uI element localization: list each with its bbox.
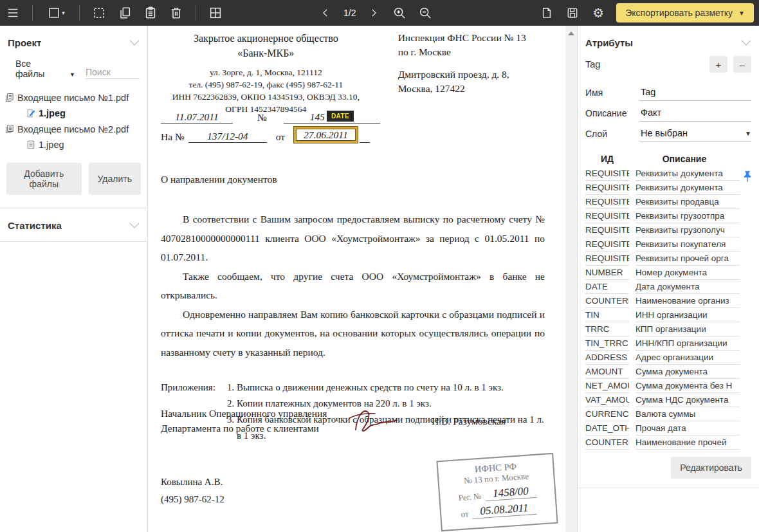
main-area: Проект Все файлы ▼ Входящее письмо №1.pd… [0, 26, 759, 532]
attribute-description: Сумма документа [636, 365, 740, 379]
search-input[interactable] [86, 66, 140, 79]
attribute-table-row[interactable]: DATE Дата документа [585, 280, 751, 294]
project-section-header[interactable]: Проект [0, 26, 147, 53]
contact-block: Ковылина А.В. (495) 987-62-12 [161, 473, 224, 508]
vertical-scrollbar[interactable] [565, 26, 577, 532]
project-sidebar: Проект Все файлы ▼ Входящее письмо №1.pd… [0, 26, 148, 532]
file-name: Входящее письмо №1.pdf [17, 93, 129, 103]
attribute-id: NUMBER [585, 266, 629, 280]
settings-gear-icon[interactable]: ⚙ [590, 5, 607, 21]
attribute-table-row[interactable]: REQUISITES Реквизиты грузоотпра [585, 209, 751, 223]
export-markup-label: Экспортировать разметку [625, 8, 733, 18]
statistics-section-header[interactable]: Статистика [0, 208, 147, 236]
description-input[interactable]: Факт [639, 107, 751, 122]
attribute-table-row[interactable]: ADDRESS Адрес организации [585, 351, 751, 365]
date-annotation-box[interactable]: 27.06.2011 [294, 127, 358, 143]
attributes-section-header[interactable]: Атрибуты [578, 26, 759, 53]
copy-icon[interactable] [116, 5, 133, 21]
toolbar-left-group: ▾ [0, 5, 228, 21]
rectangle-tool-icon[interactable]: ▾ [44, 5, 68, 21]
letterhead: Закрытое акционерное общество «Банк-МКБ»… [156, 31, 556, 115]
filter-caret-icon[interactable]: ▼ [69, 71, 75, 78]
attribute-table-row[interactable]: TIN_TRRC ИНН/КПП организации [585, 336, 751, 351]
attribute-table-row[interactable]: CURRENCY Валюта суммы [585, 407, 751, 421]
edit-row: Редактировать [578, 450, 759, 488]
paste-icon[interactable] [142, 5, 159, 21]
attribute-description: Адрес организации [636, 351, 740, 365]
export-markup-button[interactable]: Экспортировать разметку ▼ [616, 3, 754, 23]
attribute-table-row[interactable]: REQUISITES Реквизиты грузополуч [585, 223, 751, 237]
file-name: Входящее письмо №2.pdf [17, 124, 129, 134]
delete-files-button[interactable]: Удалить [89, 163, 141, 195]
new-file-icon[interactable] [538, 5, 555, 21]
attribute-table-row[interactable]: DATE_OTHI Прочая дата [585, 421, 751, 436]
zoom-out-icon[interactable] [417, 5, 434, 21]
rectangle-tool-caret-icon[interactable]: ▾ [62, 10, 65, 16]
registration-stamp: ИФНС РФ № 13 по г. Москве Рег. № 1458/00… [436, 453, 558, 531]
attribute-description: Номер документа [636, 266, 740, 280]
attribute-table-row[interactable]: VAT_AMOU Сумма НДС документа [585, 393, 751, 407]
toolbar-separator [79, 5, 80, 21]
attribute-id: ADDRESS [585, 351, 629, 365]
scroll-up-arrow-icon[interactable] [568, 32, 574, 35]
attribute-table-row[interactable]: REQUISITES Реквизиты продавца [585, 195, 751, 209]
grid-icon[interactable] [207, 5, 224, 21]
file-filter-dropdown[interactable]: Все файлы [15, 59, 60, 79]
file-tree-item-jpeg2[interactable]: 1.jpeg [0, 137, 147, 152]
add-files-button[interactable]: Добавить файлы [6, 163, 82, 195]
prev-page-icon[interactable] [317, 5, 334, 21]
file-tree: Входящее письмо №1.pdf 1.jpeg Входящее п… [0, 83, 147, 154]
attribute-id: REQUISITES [585, 252, 629, 266]
attribute-description: Валюта суммы [636, 407, 740, 421]
signature-block: Начальник Операционного управления Депар… [161, 404, 535, 437]
save-icon[interactable] [564, 5, 581, 21]
chevron-down-icon[interactable] [129, 40, 140, 46]
menu-icon[interactable] [5, 5, 21, 21]
column-description: Описание [629, 154, 740, 164]
attribute-table-row[interactable]: COUNTERP Наименование организ [585, 294, 751, 308]
marquee-select-icon[interactable] [91, 5, 107, 21]
recipient-address: Дмитровский проезд, д. 8, Москва, 127422 [398, 68, 526, 96]
stamp-reg-label: Рег. № [458, 491, 482, 503]
date-tag-chip[interactable]: DATE [327, 111, 354, 122]
attribute-description: КПП организации [636, 322, 740, 336]
attribute-id: COUNTERP [585, 294, 629, 308]
pin-icon[interactable] [742, 170, 753, 183]
attribute-table-row[interactable]: REQUISITES Реквизиты прочей орга [585, 252, 751, 266]
layer-select[interactable]: Не выбран▼ [639, 128, 751, 142]
attributes-title: Атрибуты [585, 37, 633, 48]
attribute-table-row[interactable]: TIN ИНН организации [585, 308, 751, 322]
attribute-table-row[interactable]: REQUISITES Реквизиты документа [585, 181, 751, 195]
attributes-panel: Атрибуты Tag + – Имя Tag Описание Факт С… [577, 26, 759, 532]
next-page-icon[interactable] [365, 5, 382, 21]
name-input[interactable]: Tag [639, 87, 751, 101]
attribute-table-row[interactable]: TRRC КПП организации [585, 322, 751, 336]
attachment-item: Выписка о движении денежных средств по с… [237, 380, 545, 396]
sidebar-divider [0, 241, 147, 242]
attribute-id: REQUISITES [585, 223, 629, 237]
date-number-line: 11.07.2011 № 145DATE [161, 111, 380, 124]
letter-paragraph: Также сообщаем, что другие счета ООО «Хо… [161, 267, 545, 305]
attribute-table-row[interactable]: AMOUNT Сумма документа [585, 365, 751, 379]
attribute-description: Реквизиты документа [636, 181, 740, 195]
attribute-table-row[interactable]: COUNTERP Наименование прочей [585, 436, 751, 450]
letter-paragraph: В соответствии с Вашим запросом предоста… [161, 210, 545, 267]
delete-icon[interactable] [168, 5, 185, 21]
document-page: Закрытое акционерное общество «Банк-МКБ»… [148, 26, 565, 532]
attribute-table-row[interactable]: REQUISITES Реквизиты покупателя [585, 237, 751, 252]
toolbar-separator [32, 5, 33, 21]
remove-tag-button[interactable]: – [733, 56, 751, 73]
file-tree-item-pdf1[interactable]: Входящее письмо №1.pdf [0, 89, 147, 105]
chevron-down-icon[interactable] [129, 223, 140, 228]
add-tag-button[interactable]: + [709, 56, 727, 73]
layer-caret-icon: ▼ [745, 130, 751, 137]
file-tree-item-jpeg1-selected[interactable]: 1.jpeg [0, 105, 147, 121]
file-tree-item-pdf2[interactable]: Входящее письмо №2.pdf [0, 121, 147, 137]
attribute-table-row[interactable]: REQUISITES Реквизиты документа [585, 167, 751, 181]
chevron-down-icon[interactable] [741, 40, 751, 46]
attribute-table-row[interactable]: NUMBER Номер документа [585, 266, 751, 280]
attribute-table-row[interactable]: NET_AMOU Сумма документа без Н [585, 379, 751, 393]
edit-button[interactable]: Редактировать [671, 457, 751, 479]
underline-tail [360, 142, 370, 143]
zoom-in-icon[interactable] [391, 5, 408, 21]
